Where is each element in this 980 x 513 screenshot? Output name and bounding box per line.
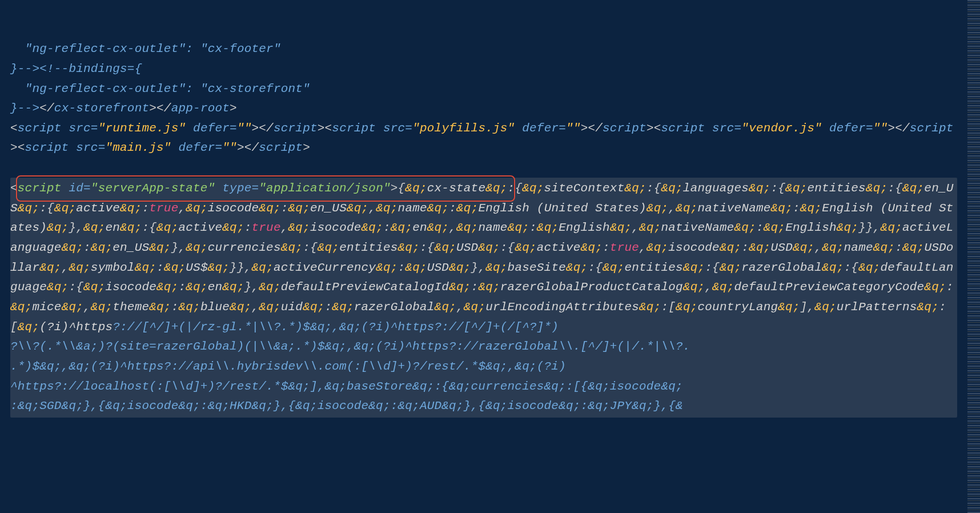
comment-line: }--><​!--bindings={ [10,62,142,75]
minimap[interactable] [967,0,980,513]
code-editor-screenshot: "ng-reflect-cx-outlet": "cx-footer" }-->… [0,0,980,513]
highlighted-json-block: <script id="serverApp-state" type="appli… [10,178,957,418]
closing-tags-line: }--></cx-storefront></app-root> [10,102,237,115]
code-area: "ng-reflect-cx-outlet": "cx-footer" }-->… [0,0,967,513]
comment-line: "ng-reflect-cx-outlet": "cx-storefront" [10,82,310,95]
regex-line: ?\\?(.*\\&a;)?(site=razerGlobal)(|\\&a;.… [10,340,690,353]
regex-line: ^https?://localhost(:[\\d]+)?/rest/.*$&q… [10,380,683,393]
script-open-tag: <script id="serverApp-state" type="appli… [10,182,398,195]
regex-line: :&q;SGD&q;},{&q;isocode&q;:&q;HKD&q;},{&… [10,399,683,412]
regex-line: ?://[^/]+(|/rz-gl.*|\\?.*)$&q;,&q;(?i)^h… [113,320,559,334]
comment-line: "ng-reflect-cx-outlet": "cx-footer" [10,42,281,55]
script-tags-line: <script src="runtime.js" defer=""></scri… [10,122,954,155]
regex-line: .*)$&q;,&q;(?i)^https?://api\\.hybrisdev… [10,360,566,373]
